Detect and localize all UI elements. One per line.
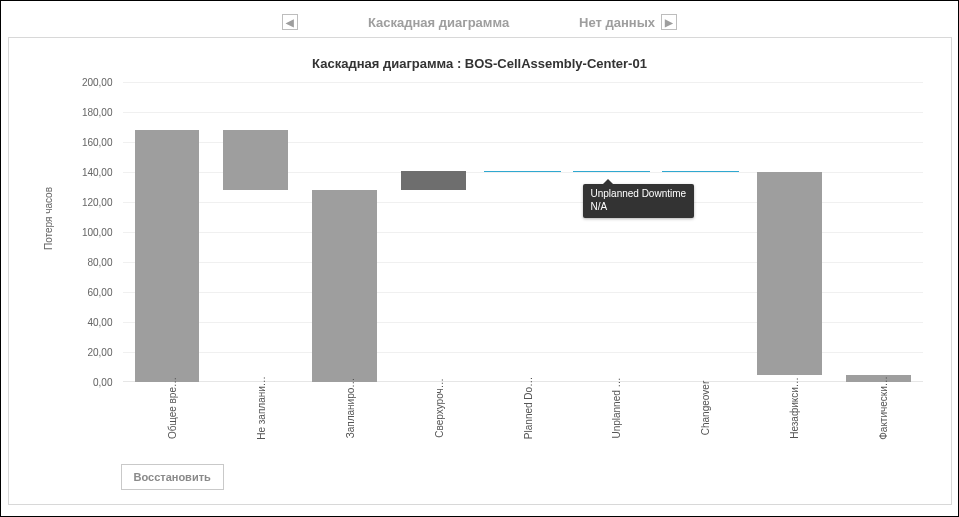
ytick: 160,00 — [75, 137, 113, 148]
tooltip: Unplanned Downtime N/A — [583, 184, 695, 218]
x-axis-label: Запланиро… — [300, 388, 389, 444]
bar[interactable] — [757, 172, 822, 375]
x-axis-label: Общее вре… — [123, 388, 212, 444]
nav-next-label: Нет данных — [579, 15, 655, 30]
ytick: 140,00 — [75, 167, 113, 178]
chevron-right-icon: ▶ — [665, 17, 673, 28]
ytick: 100,00 — [75, 227, 113, 238]
x-axis-label: Unplanned … — [567, 388, 656, 444]
bar-slot — [389, 82, 478, 381]
x-axis-label-text: Changeover — [700, 381, 711, 435]
y-axis-label: Потеря часов — [43, 187, 54, 250]
nav-next-group: Нет данных ▶ — [579, 14, 677, 30]
plot-area: Unplanned Downtime N/A — [123, 82, 923, 382]
bar[interactable] — [223, 130, 288, 190]
x-axis-label: Planned Do… — [478, 388, 567, 444]
bar-slot — [834, 82, 923, 381]
x-axis-label: Changeover — [656, 388, 745, 444]
x-axis-label-text: Запланиро… — [345, 378, 356, 439]
ytick: 40,00 — [75, 317, 113, 328]
x-axis-label: Сверхуроч… — [389, 388, 478, 444]
tooltip-line1: Unplanned Downtime — [591, 188, 687, 199]
bar[interactable] — [662, 171, 739, 172]
chart-title: Каскадная диаграмма : BOS-CellAssembly-C… — [9, 38, 951, 71]
x-axis-labels: Общее вре…Не заплани…Запланиро…Сверхуроч… — [123, 388, 923, 444]
x-axis-label-text: Сверхуроч… — [434, 378, 445, 437]
x-axis-label-text: Planned Do… — [523, 377, 534, 439]
x-axis-label: Не заплани… — [211, 388, 300, 444]
bar-slot — [300, 82, 389, 381]
bar[interactable] — [135, 130, 200, 382]
nav-next-button[interactable]: ▶ — [661, 14, 677, 30]
nav-prev-button[interactable]: ◀ — [282, 14, 298, 30]
bar-slot — [123, 82, 212, 381]
chart-panel: Каскадная диаграмма : BOS-CellAssembly-C… — [8, 37, 952, 505]
bar-slot — [478, 82, 567, 381]
bars-container — [123, 82, 923, 381]
app-window: ◀ Каскадная диаграмма Нет данных ▶ Каска… — [0, 0, 959, 517]
ytick: 200,00 — [75, 77, 113, 88]
bar[interactable] — [484, 171, 561, 172]
x-axis-label-text: Unplanned … — [611, 377, 622, 438]
bar-slot — [567, 82, 656, 381]
x-axis-label: Фактически… — [834, 388, 923, 444]
bar-slot — [656, 82, 745, 381]
tooltip-line2: N/A — [591, 201, 608, 212]
x-axis-label: Незафикси… — [745, 388, 834, 444]
bar[interactable] — [312, 190, 377, 382]
x-axis-label-text: Не заплани… — [256, 376, 267, 440]
bar[interactable] — [401, 171, 466, 191]
top-nav: ◀ Каскадная диаграмма Нет данных ▶ — [7, 7, 952, 37]
nav-center-label: Каскадная диаграмма — [368, 15, 509, 30]
nav-prev-group: ◀ — [282, 14, 298, 30]
ytick: 0,00 — [75, 377, 113, 388]
bar-slot — [211, 82, 300, 381]
reset-button[interactable]: Восстановить — [121, 464, 224, 490]
bar[interactable] — [573, 171, 650, 172]
plot-wrap: Потеря часов 0,00 20,00 40,00 60,00 80,0… — [49, 82, 929, 434]
ytick: 20,00 — [75, 347, 113, 358]
ytick: 180,00 — [75, 107, 113, 118]
ytick: 120,00 — [75, 197, 113, 208]
ytick: 60,00 — [75, 287, 113, 298]
ytick: 80,00 — [75, 257, 113, 268]
x-axis-label-text: Незафикси… — [789, 377, 800, 439]
chevron-left-icon: ◀ — [286, 17, 294, 28]
bar-slot — [745, 82, 834, 381]
x-axis-label-text: Фактически… — [878, 376, 889, 440]
x-axis-label-text: Общее вре… — [167, 377, 178, 439]
